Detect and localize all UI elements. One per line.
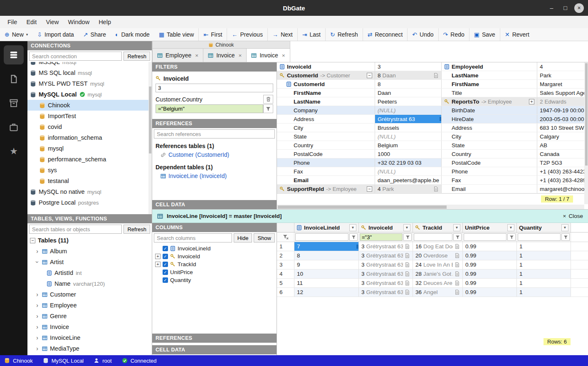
table-item-invoice[interactable]: › Invoice <box>27 321 152 332</box>
row-number[interactable]: 5 <box>277 279 294 287</box>
grid-cell-r2-quantity[interactable]: 1 <box>517 251 571 260</box>
connection-mysql-local[interactable]: MySQL Local mysql <box>27 89 152 100</box>
field-value-invoiceid[interactable]: 3 <box>375 62 442 71</box>
tab-employee-0[interactable]: Employee × <box>152 48 203 62</box>
field-name-phone[interactable]: Phone <box>277 158 375 167</box>
grid-header-invoiceid[interactable]: InvoiceId ▼ <box>359 223 413 232</box>
rail-connections-button[interactable] <box>4 45 24 64</box>
field-name-country[interactable]: Country <box>277 141 375 149</box>
show-button[interactable]: Show <box>254 233 275 242</box>
filter-menu-button[interactable] <box>403 233 412 241</box>
checkbox-checked-icon[interactable]: ✓ <box>163 270 168 275</box>
field-name-phone[interactable]: Phone <box>442 167 537 176</box>
field-value-hiredate[interactable]: 2003-05-03 00:00:00 <box>537 115 588 123</box>
field-value-state[interactable]: AB <box>537 141 588 149</box>
rail-favorites-button[interactable]: ★ <box>4 142 24 161</box>
field-value-firstname[interactable]: Margaret <box>537 80 588 88</box>
filter-menu-button[interactable] <box>263 104 273 113</box>
filter-menu-button[interactable] <box>507 233 516 241</box>
table-item-artist[interactable]: › Artist <box>27 257 152 267</box>
row-number[interactable]: 2 <box>277 251 294 260</box>
field-name-state[interactable]: State <box>277 132 375 141</box>
field-name-firstname[interactable]: FirstName <box>277 89 375 97</box>
toolbar-revert-button[interactable]: ✕ Revert <box>500 28 534 41</box>
grid-filter-input-unitprice[interactable] <box>464 233 506 241</box>
column-toggle-quantity[interactable]: ✓ Quantity <box>152 276 277 284</box>
grid-cell-r6-unitprice[interactable]: 0.99 <box>463 288 517 297</box>
field-value-country[interactable]: Canada <box>537 150 588 158</box>
grid-header-unitprice[interactable]: UnitPrice ▼ <box>463 223 517 232</box>
field-name-lastname[interactable]: LastName <box>442 71 537 79</box>
row-number[interactable]: 4 <box>277 270 294 278</box>
search-references-input[interactable] <box>154 129 275 138</box>
field-name-address[interactable]: Address <box>442 124 537 132</box>
toolbar-save-button[interactable]: ▣ Save <box>469 28 500 41</box>
remove-filter-button[interactable] <box>263 95 273 104</box>
tab-close-icon[interactable]: × <box>239 52 242 59</box>
chevron-right-icon[interactable]: › <box>35 291 40 298</box>
grid-cell-r3-invoiceid[interactable]: 3 Grétrystraat 63 <box>359 260 413 269</box>
clear-filters-cell[interactable] <box>277 232 294 242</box>
row-number[interactable]: 6 <box>277 288 294 297</box>
grid-filter-input-quantity[interactable] <box>518 233 561 241</box>
grid-cell-r4-unitprice[interactable]: 0.99 <box>463 270 517 278</box>
toolbar-redo-button[interactable]: ↷ Redo <box>438 28 469 41</box>
connections-refresh-button[interactable]: Refresh <box>124 52 150 61</box>
grid-cell-r1-trackid[interactable]: 16 Dog Eat Dog <box>413 242 463 251</box>
reference-link-invoiceline-invoiceid[interactable]: InvoiceLine (InvoiceId) <box>161 173 273 179</box>
grid-cell-r1-unitprice[interactable]: 0.99 <box>463 242 517 251</box>
chevron-right-icon[interactable]: › <box>35 324 40 330</box>
menu-file[interactable]: File <box>3 17 21 27</box>
connection-testanal[interactable]: testanal <box>27 176 152 186</box>
filter-value-input-customer-country[interactable] <box>156 104 263 113</box>
field-name-firstname[interactable]: FirstName <box>442 80 537 88</box>
grid-cell-r1-quantity[interactable]: 1 <box>517 242 571 251</box>
connection-performance-schema[interactable]: performance_schema <box>27 154 152 165</box>
column-toggle-trackid[interactable]: + ✓ TrackId <box>152 260 277 268</box>
grid-filter-input-invoicelineid[interactable] <box>295 233 348 241</box>
field-value-postalcode[interactable]: T2P 5G3 <box>537 158 588 167</box>
connections-scrollbar[interactable] <box>148 62 152 214</box>
table-item-album[interactable]: › Album <box>27 246 152 257</box>
menu-edit[interactable]: Edit <box>22 17 41 27</box>
table-item-invoiceline[interactable]: › InvoiceLine <box>27 332 152 343</box>
field-name-company[interactable]: Company <box>277 106 375 114</box>
connection-mysql[interactable]: mysql <box>27 143 152 154</box>
field-value-fax[interactable]: +1 (403) 263-4289 <box>537 176 588 184</box>
column-item-artistid[interactable]: ArtistId int <box>27 267 152 278</box>
titlebar[interactable]: DbGate – □ × <box>0 0 588 16</box>
field-name-city[interactable]: City <box>277 124 375 132</box>
chevron-right-icon[interactable]: › <box>35 345 40 352</box>
grid-cell-r5-unitprice[interactable]: 0.99 <box>463 279 517 287</box>
vertical-scrollbar[interactable] <box>584 62 588 204</box>
table-item-genre[interactable]: › Genre <box>27 311 152 321</box>
horizontal-scrollbar[interactable] <box>277 205 584 209</box>
collapse-box-icon[interactable]: − <box>30 238 35 243</box>
toolbar-new-button[interactable]: ⊕ New ▾ <box>0 28 32 41</box>
checkbox-checked-icon[interactable]: ✓ <box>163 246 168 251</box>
chevron-right-icon[interactable]: › <box>35 334 40 341</box>
banner-close-button[interactable]: × Close <box>563 213 583 219</box>
toolbar-undo-button[interactable]: ↶ Undo <box>407 28 438 41</box>
grid-cell-r2-trackid[interactable]: 20 Overdose <box>413 251 463 260</box>
field-name-supportrepid[interactable]: SupportRepId -> Employee − <box>277 185 375 193</box>
rail-files-button[interactable] <box>4 69 24 89</box>
table-item-employee[interactable]: › Employee <box>27 300 152 311</box>
field-value-fax[interactable]: (NULL) <box>375 167 442 176</box>
field-name-address[interactable]: Address <box>277 115 375 123</box>
field-name-customerid[interactable]: CustomerId <box>277 80 375 88</box>
menu-view[interactable]: View <box>42 17 63 27</box>
field-value-company[interactable]: (NULL) <box>375 106 442 114</box>
connection-mysl-pwd-test[interactable]: MYSL PWD TEST mysql <box>27 78 152 89</box>
column-item-name[interactable]: Name varchar(120) <box>27 278 152 289</box>
table-item-mediatype[interactable]: › MediaType <box>27 343 152 354</box>
reference-link-customer-customerid[interactable]: Customer (CustomerId) <box>161 151 273 158</box>
field-name-postalcode[interactable]: PostalCode <box>277 150 375 158</box>
tab-close-icon[interactable]: × <box>282 52 285 59</box>
toolbar-first-button[interactable]: ⇤ First <box>198 28 227 41</box>
field-value-lastname[interactable]: Peeters <box>375 97 442 106</box>
field-value-supportrepid[interactable]: 4 Park <box>375 185 442 193</box>
tables-group[interactable]: − Tables (11) <box>27 235 152 246</box>
collapse-box-icon[interactable]: − <box>367 73 372 78</box>
chevron-right-icon[interactable]: › <box>35 313 40 319</box>
